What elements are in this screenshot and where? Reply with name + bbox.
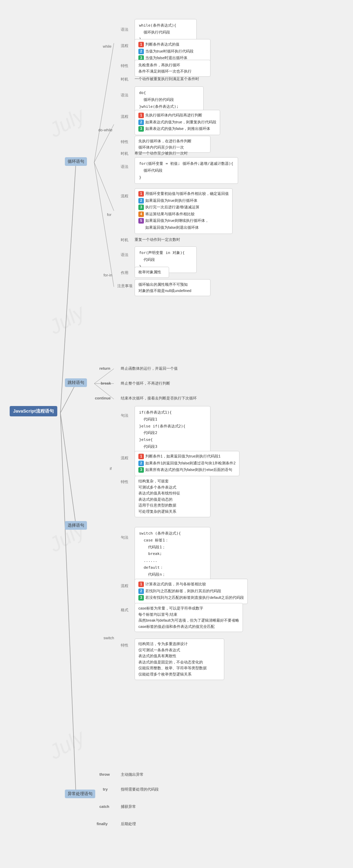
category-loop: 循环语句 xyxy=(65,157,87,166)
finally-label: finally xyxy=(97,822,108,826)
try-text: 指明需要处理的代码段 xyxy=(121,786,159,793)
dowhile-flow-content: 1 先执行循环体内代码段再进行判断 2 如果表达式的值为true，则重复执行代码… xyxy=(135,110,220,135)
forin-usage-content: 枚举对象属性 xyxy=(135,267,169,278)
continue-label: continue xyxy=(95,396,111,400)
dowhile-syntax-code: do{ 循环执行的代码段 }while(条件表达式); xyxy=(135,86,204,113)
forin-note-label: 注意事项 xyxy=(117,283,133,289)
svg-line-0 xyxy=(60,162,76,413)
return-text: 终止函数体的运行，并返回一个值 xyxy=(121,366,178,372)
break-text: 终止整个循环，不再进行判断 xyxy=(121,380,170,387)
forin-note-content: 循环输出的属性顺序不可预知 对象的值不能是null或undefined xyxy=(135,279,210,296)
svg-line-7 xyxy=(94,162,114,287)
catch-label: catch xyxy=(99,804,109,809)
while-timing-content: 一个动作被重复执行到满足某个条件时 xyxy=(135,76,199,82)
svg-line-2 xyxy=(60,413,76,525)
dowhile-label: do-while xyxy=(98,128,112,132)
forin-syntax-label: 语法 xyxy=(121,252,128,257)
root-node: JavaScript流程语句 xyxy=(10,406,57,416)
for-label: for xyxy=(107,213,111,217)
while-syntax-label: 语法 xyxy=(121,27,128,32)
if-features-label: 特性 xyxy=(121,479,128,484)
for-syntax-code: for(循环变量 = 初值; 循环条件;递增/递减计数器){ 循环代码段 } xyxy=(135,157,238,184)
if-label: if xyxy=(110,466,112,471)
svg-line-1 xyxy=(60,384,76,413)
for-timing-label: 时机 xyxy=(121,237,128,243)
switch-features-content: 结构简洁，专为多重选择设计 仅可测试一条条件表达式 表达式的值具有离散性 表达式… xyxy=(135,639,224,680)
while-features-content: 先检查条件，再执行循环 条件不满足则循环一次也不执行 xyxy=(135,60,210,77)
while-label: while xyxy=(103,44,111,48)
throw-text: 主动抛出异常 xyxy=(121,772,144,778)
switch-format-content: case标签为常量，可以是字符串或数字 每个标签均以冒号;结束 虽然break与… xyxy=(135,603,243,632)
switch-syntax-label: 句法 xyxy=(121,535,128,540)
dowhile-flow-label: 流程 xyxy=(121,114,128,119)
dowhile-timing-content: 希望一个动作至少被执行一次时 xyxy=(135,150,188,157)
mind-map: July July July July JavaScript流程语句 循环语句 … xyxy=(7,7,346,868)
category-select: 选择语句 xyxy=(65,521,87,530)
watermark-1: July xyxy=(45,103,89,142)
category-jump: 跳转语句 xyxy=(65,378,87,387)
while-flow-label: 流程 xyxy=(121,43,128,48)
for-flow-label: 流程 xyxy=(121,194,128,199)
if-syntax-label: 句法 xyxy=(121,413,128,418)
switch-flow-label: 流程 xyxy=(121,583,128,588)
dowhile-syntax-label: 语法 xyxy=(121,93,128,98)
svg-line-3 xyxy=(60,413,76,795)
while-features-label: 特性 xyxy=(121,63,128,68)
dowhile-features-label: 特性 xyxy=(121,139,128,144)
finally-text: 后期处理 xyxy=(121,821,136,827)
svg-line-4 xyxy=(94,43,114,162)
return-label: return xyxy=(99,366,110,370)
forin-label: for-in xyxy=(104,273,112,277)
forin-usage-label: 作用 xyxy=(121,270,128,275)
switch-label: switch xyxy=(104,636,114,640)
dowhile-timing-label: 时机 xyxy=(121,151,128,156)
if-features-content: 结构复杂，可嵌套 可测试多个条件表达式 表达式的值具有线性特征 表达式的值是动态… xyxy=(135,476,210,517)
switch-flow-content: 1 计算表达式的值，并与各标签相比较 2 若找到与之匹配的标签，则执行其后的代码… xyxy=(135,579,248,604)
break-label: break xyxy=(101,381,111,385)
throw-label: throw xyxy=(99,772,110,776)
for-syntax-label: 语法 xyxy=(121,164,128,169)
for-timing-content: 重复一个动作到一定次数时 xyxy=(135,237,180,243)
catch-text: 捕获异常 xyxy=(121,804,136,810)
if-flow-content: 1 判断条件1，如果返回值为true则执行代码段1 2 如果条件1的返回值为fa… xyxy=(135,451,239,476)
switch-format-label: 格式 xyxy=(121,607,128,613)
switch-features-label: 特性 xyxy=(121,643,128,648)
category-exception: 异常处理语句 xyxy=(65,790,95,798)
continue-text: 结束本次循环，接着去判断是否执行下次循环 xyxy=(121,395,197,402)
svg-line-6 xyxy=(94,162,114,211)
watermark-2: July xyxy=(45,300,89,339)
try-label: try xyxy=(103,787,108,791)
watermark-4: July xyxy=(45,725,89,764)
if-flow-label: 流程 xyxy=(121,455,128,461)
for-flow-content: 1 用循环变量初始值与循环条件相比较，确定返回值 2 如果返回值为true则执行… xyxy=(135,188,233,234)
while-timing-label: 时机 xyxy=(121,77,128,82)
